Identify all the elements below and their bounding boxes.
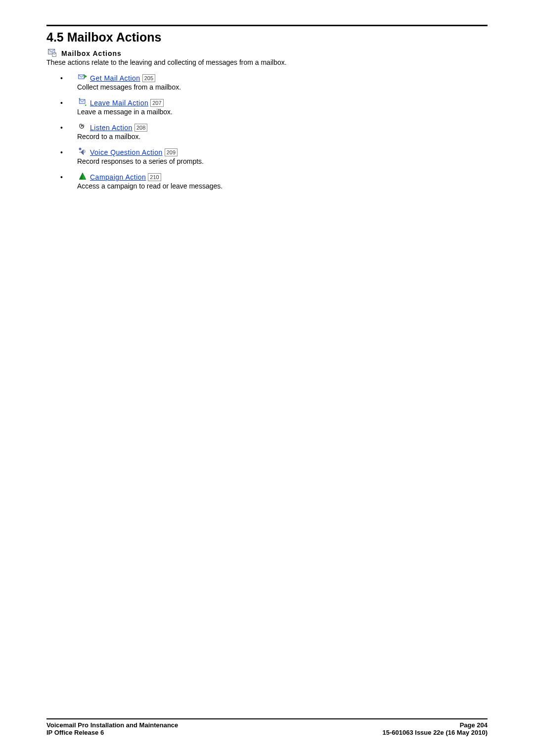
footer-right-1: Page 204 — [460, 721, 488, 729]
campaign-icon — [77, 171, 88, 181]
leave-mail-icon — [77, 97, 88, 107]
voice-question-icon — [77, 146, 88, 156]
leave-mail-link[interactable]: Leave Mail Action — [90, 99, 148, 107]
page-ref: 209 — [165, 148, 178, 156]
svg-point-3 — [81, 125, 83, 127]
get-mail-link[interactable]: Get Mail Action — [90, 74, 140, 82]
list-item: Listen Action 208 Record to a mailbox. — [60, 122, 488, 141]
action-desc: Record responses to a series of prompts. — [77, 157, 488, 165]
action-desc: Leave a message in a mailbox. — [77, 108, 488, 116]
svg-point-4 — [79, 148, 82, 150]
page-ref: 207 — [150, 99, 163, 107]
list-item: Voice Question Action 209 Record respons… — [60, 146, 488, 165]
page-ref: 205 — [142, 74, 155, 82]
footer-left-1: Voicemail Pro Installation and Maintenan… — [46, 721, 178, 729]
action-desc: Record to a mailbox. — [77, 133, 488, 141]
page-ref: 208 — [134, 124, 147, 132]
footer-right-2: 15-601063 Issue 22e (16 May 2010) — [383, 729, 488, 736]
intro-text: These actions relate to the leaving and … — [46, 58, 488, 66]
action-list: Get Mail Action 205 Collect messages fro… — [46, 72, 488, 190]
action-desc: Access a campaign to read or leave messa… — [77, 182, 488, 190]
page-footer: Voicemail Pro Installation and Maintenan… — [46, 718, 488, 736]
action-desc: Collect messages from a mailbox. — [77, 83, 488, 91]
bottom-rule — [46, 718, 488, 719]
mailbox-actions-icon — [46, 47, 57, 57]
top-rule — [46, 25, 488, 26]
section-heading: 4.5 Mailbox Actions — [46, 30, 488, 45]
subtitle: Mailbox Actions — [61, 49, 122, 57]
listen-icon — [77, 122, 88, 132]
list-item: Leave Mail Action 207 Leave a message in… — [60, 97, 488, 116]
get-mail-icon — [77, 72, 88, 82]
list-item: Campaign Action 210 Access a campaign to… — [60, 171, 488, 190]
listen-link[interactable]: Listen Action — [90, 124, 133, 132]
campaign-link[interactable]: Campaign Action — [90, 173, 146, 181]
list-item: Get Mail Action 205 Collect messages fro… — [60, 72, 488, 91]
footer-left-2: IP Office Release 6 — [46, 729, 104, 736]
page-ref: 210 — [148, 173, 161, 181]
voice-question-link[interactable]: Voice Question Action — [90, 148, 163, 156]
